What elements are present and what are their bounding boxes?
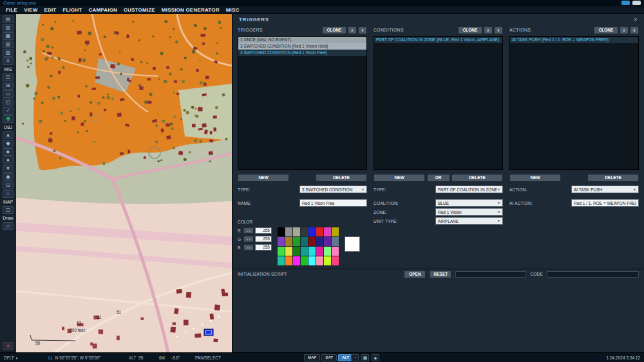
rules-icon[interactable]: ⊞ bbox=[3, 82, 14, 90]
condition-type-dropdown[interactable]: PART OF COALITION IN ZONE ▼ bbox=[435, 186, 503, 193]
palette-color[interactable] bbox=[278, 237, 285, 246]
conditions-move-up-button[interactable]: ∧ bbox=[484, 26, 493, 34]
menu-item-mission-generator[interactable]: MISSION GENERATOR bbox=[162, 7, 220, 13]
palette-color[interactable] bbox=[285, 227, 292, 236]
file-icon[interactable]: ▤ bbox=[3, 15, 14, 23]
trigger-delete-button[interactable]: DELETE bbox=[316, 174, 367, 182]
palette-color[interactable] bbox=[332, 237, 339, 246]
unit-type-dropdown[interactable]: AIRPLANE ▼ bbox=[435, 217, 503, 225]
palette-color[interactable] bbox=[324, 247, 331, 256]
airplane-group-icon[interactable]: ▲ bbox=[3, 131, 14, 139]
map-canvas[interactable]: 53525156300 feet. bbox=[16, 14, 232, 352]
conditions-list[interactable]: PART OF COALITION IN ZONE (BLUE, Red 1 V… bbox=[374, 36, 503, 170]
action-delete-button[interactable]: DELETE bbox=[587, 174, 639, 182]
palette-color[interactable] bbox=[308, 237, 316, 246]
menu-item-edit[interactable]: EDIT bbox=[44, 7, 56, 13]
trigger-type-dropdown[interactable]: 3 SWITCHED CONDITION ▼ bbox=[299, 186, 367, 193]
palette-color[interactable] bbox=[316, 247, 323, 256]
triggers-list[interactable]: 1 ONCE (Mist, NO EVENT)3 SWITCHED CONDIT… bbox=[238, 36, 367, 170]
palette-color[interactable] bbox=[308, 247, 316, 256]
layer-select[interactable]: DFLT ▼ bbox=[4, 353, 18, 362]
menu-item-campaign[interactable]: CAMPAIGN bbox=[89, 7, 118, 13]
zone-dropdown[interactable]: Red 1 Vision ▼ bbox=[435, 208, 503, 216]
summary-icon[interactable]: ◰ bbox=[3, 99, 14, 106]
actions-move-up-button[interactable]: ∧ bbox=[620, 26, 629, 34]
layers-icon[interactable]: ◈ bbox=[372, 354, 379, 361]
palette-color[interactable] bbox=[285, 237, 292, 246]
palette-color[interactable] bbox=[301, 256, 308, 265]
triggers-clone-button[interactable]: CLONE bbox=[322, 26, 346, 34]
palette-color[interactable] bbox=[293, 227, 300, 236]
trigger-name-input[interactable] bbox=[299, 199, 367, 207]
add-unit-icon[interactable]: ⊕ bbox=[3, 115, 14, 123]
actions-list[interactable]: AI TASK PUSH (Red 1 / 1. ROE = WEAPON FR… bbox=[509, 36, 639, 170]
rgb-b-value[interactable]: 255 bbox=[255, 244, 272, 251]
check-icon[interactable]: ✓ bbox=[3, 107, 14, 115]
triggers-move-up-button[interactable]: ∧ bbox=[348, 26, 357, 34]
options-icon[interactable]: ▧ bbox=[3, 41, 14, 48]
triggers-move-down-button[interactable]: ∨ bbox=[358, 26, 367, 34]
map-view-button[interactable]: MAP bbox=[304, 354, 320, 361]
palette-color[interactable] bbox=[324, 256, 331, 265]
palette-color[interactable] bbox=[332, 227, 339, 236]
trigger-list-item[interactable]: 3 SWITCHED CONDITION (Red 1 Vision Hold) bbox=[238, 43, 366, 50]
palette-color[interactable] bbox=[285, 256, 292, 265]
menu-item-view[interactable]: VIEW bbox=[24, 7, 37, 13]
conditions-clone-button[interactable]: CLONE bbox=[458, 26, 482, 34]
condition-list-item[interactable]: PART OF COALITION IN ZONE (BLUE, Red 1 V… bbox=[374, 37, 502, 43]
palette-color[interactable] bbox=[301, 247, 308, 256]
helicopter-group-icon[interactable]: ◆ bbox=[3, 140, 14, 148]
rgb-g-spinner[interactable]: ‹ › bbox=[243, 236, 254, 242]
condition-or-button[interactable]: OR bbox=[427, 174, 450, 182]
briefing-icon[interactable]: ▨ bbox=[3, 49, 14, 57]
palette-color[interactable] bbox=[278, 227, 285, 236]
palette-color[interactable] bbox=[278, 247, 285, 256]
close-icon[interactable]: × bbox=[634, 16, 638, 23]
vehicle-group-icon[interactable]: ● bbox=[3, 157, 14, 164]
palette-color[interactable] bbox=[316, 237, 323, 246]
ship-group-icon[interactable]: ■ bbox=[3, 148, 14, 156]
palette-color[interactable] bbox=[324, 237, 331, 246]
condition-new-button[interactable]: NEW bbox=[374, 174, 425, 182]
palette-color[interactable] bbox=[308, 256, 316, 265]
save-icon[interactable]: ▦ bbox=[3, 32, 14, 40]
open-icon[interactable]: ▥ bbox=[3, 24, 14, 32]
map-layer-icon[interactable]: ◻ bbox=[3, 206, 14, 214]
goal-icon[interactable]: ▭ bbox=[3, 90, 14, 98]
selected-unit-icon[interactable] bbox=[204, 329, 213, 336]
action-list-item[interactable]: AI TASK PUSH (Red 1 / 1. ROE = WEAPON FR… bbox=[510, 37, 638, 43]
palette-color[interactable] bbox=[293, 247, 300, 256]
network-icon[interactable] bbox=[621, 1, 630, 5]
trigger-list-item[interactable]: 3 SWITCHED CONDITION (Red 1 Vison Free) bbox=[238, 50, 366, 56]
palette-color[interactable] bbox=[332, 256, 339, 265]
template-icon[interactable]: ⊡ bbox=[3, 182, 14, 189]
measure-icon[interactable]: ◔ bbox=[351, 354, 359, 361]
conditions-move-down-button[interactable]: ∨ bbox=[494, 26, 503, 34]
condition-delete-button[interactable]: DELETE bbox=[451, 174, 503, 182]
airport-icon[interactable]: ⌂ bbox=[3, 190, 14, 198]
palette-color[interactable] bbox=[293, 237, 300, 246]
palette-color[interactable] bbox=[316, 256, 323, 265]
display-icon[interactable] bbox=[632, 1, 641, 5]
rgb-g-value[interactable]: 255 bbox=[255, 236, 272, 242]
grid-icon[interactable]: ▦ bbox=[361, 354, 369, 361]
init-code-field[interactable] bbox=[547, 271, 639, 278]
menu-item-misc[interactable]: MISC bbox=[226, 7, 240, 13]
trigger-zone-icon[interactable]: ◉ bbox=[3, 173, 14, 181]
coalition-dropdown[interactable]: BLUE ▼ bbox=[435, 199, 503, 207]
rgb-r-value[interactable]: 255 bbox=[255, 227, 272, 234]
menu-item-customize[interactable]: CUSTOMIZE bbox=[124, 7, 155, 13]
actions-clone-button[interactable]: CLONE bbox=[594, 26, 618, 34]
palette-color[interactable] bbox=[324, 227, 331, 236]
menu-item-file[interactable]: FILE bbox=[6, 7, 17, 13]
init-open-button[interactable]: OPEN bbox=[404, 271, 426, 278]
weather-icon[interactable]: ◫ bbox=[3, 73, 14, 81]
menu-item-flight[interactable]: FLIGHT bbox=[62, 7, 82, 13]
init-reset-button[interactable]: RESET bbox=[430, 271, 451, 278]
action-type-dropdown[interactable]: AI TASK PUSH ▼ bbox=[571, 186, 639, 193]
palette-color[interactable] bbox=[293, 256, 300, 265]
action-new-button[interactable]: NEW bbox=[509, 174, 561, 182]
trigger-new-button[interactable]: NEW bbox=[238, 174, 289, 182]
static-object-icon[interactable]: ▼ bbox=[3, 165, 14, 173]
palette-color[interactable] bbox=[285, 247, 292, 256]
